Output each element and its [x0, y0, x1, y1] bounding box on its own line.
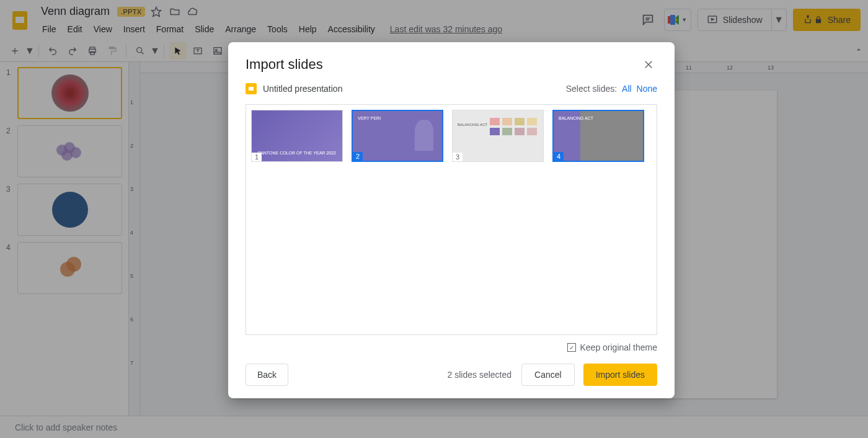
- import-slide-num: 4: [554, 152, 564, 161]
- presentation-icon: [246, 83, 257, 94]
- import-slide-num: 3: [453, 153, 463, 161]
- selected-count: 2 slides selected: [448, 370, 512, 380]
- presentation-name: Untitled presentation: [263, 84, 566, 94]
- import-slide-label: BALANCING ACT: [458, 123, 487, 127]
- import-slides-dialog: Import slides Untitled presentation Sele…: [228, 42, 675, 398]
- import-slide-1[interactable]: PANTONE COLOR OF THE YEAR 2022 1: [251, 110, 343, 162]
- import-slide-label: PANTONE COLOR OF THE YEAR 2022: [258, 151, 336, 155]
- import-slide-label: BALANCING ACT: [559, 116, 593, 120]
- select-slides-label: Select slides: All None: [566, 84, 657, 94]
- cancel-button[interactable]: Cancel: [521, 364, 575, 386]
- close-icon[interactable]: [640, 56, 657, 73]
- slide-grid: PANTONE COLOR OF THE YEAR 2022 1 VERY PE…: [246, 104, 657, 335]
- import-slide-3[interactable]: BALANCING ACT 3: [452, 110, 544, 162]
- import-slide-4[interactable]: BALANCING ACT 4: [552, 110, 644, 162]
- svg-rect-36: [249, 87, 254, 91]
- import-slide-label: VERY PERI: [358, 116, 381, 120]
- back-button[interactable]: Back: [246, 364, 288, 386]
- import-slide-num: 2: [353, 152, 363, 161]
- keep-theme-label: Keep original theme: [580, 342, 657, 352]
- import-button[interactable]: Import slides: [583, 364, 657, 386]
- keep-theme-checkbox[interactable]: ✓: [567, 343, 576, 352]
- import-slide-num: 1: [252, 153, 262, 161]
- import-slide-2[interactable]: VERY PERI 2: [352, 110, 443, 162]
- select-none-link[interactable]: None: [637, 84, 657, 94]
- select-all-link[interactable]: All: [622, 84, 632, 94]
- dialog-title: Import slides: [246, 56, 640, 73]
